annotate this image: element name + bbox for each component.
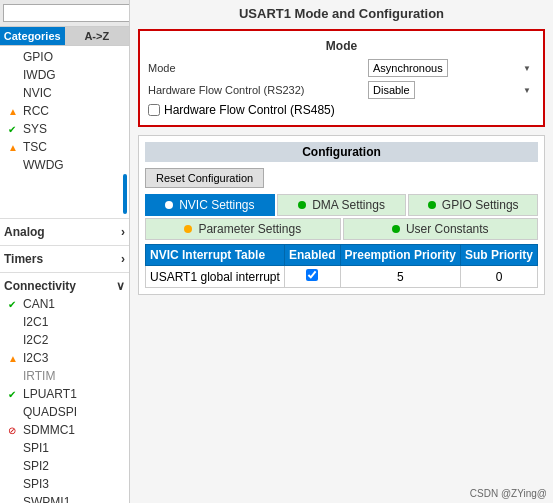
sidebar-item-iwdg[interactable]: IWDG (0, 66, 129, 84)
reset-config-button[interactable]: Reset Configuration (145, 168, 264, 188)
chevron-right-icon: › (121, 225, 125, 239)
sidebar-tab-bar: Categories A->Z (0, 27, 129, 46)
tsc-warn-icon: ▲ (8, 142, 20, 153)
rcc-warn-icon: ▲ (8, 106, 20, 117)
sidebar-item-i2c2[interactable]: I2C2 (0, 331, 129, 349)
sidebar-item-can1[interactable]: ✔CAN1 (0, 295, 129, 313)
hw-flow-rs485-label: Hardware Flow Control (RS485) (164, 103, 335, 117)
hw-flow-select-wrapper: Disable (368, 81, 535, 99)
sidebar-group-connectivity[interactable]: Connectivity∨ (0, 277, 129, 295)
sidebar-item-irtim[interactable]: IRTIM (0, 367, 129, 385)
chevron-right-icon-timers: › (121, 252, 125, 266)
watermark: CSDN @ZYing@ (470, 488, 547, 499)
gpio-tab-dot (428, 201, 436, 209)
nvic-table: NVIC Interrupt Table Enabled Preemption … (145, 244, 538, 288)
app-container: ▼ Categories A->Z GPIO IWDG NVIC ▲RCC ✔S… (0, 0, 553, 503)
lpuart1-check-icon: ✔ (8, 389, 20, 400)
sidebar-item-rcc[interactable]: ▲RCC (0, 102, 129, 120)
config-section-title: Configuration (145, 142, 538, 162)
user-tab-dot (392, 225, 400, 233)
main-content: USART1 Mode and Configuration Mode Mode … (130, 0, 553, 503)
sidebar-group-analog[interactable]: Analog› (0, 223, 129, 241)
config-inner: Configuration Reset Configuration NVIC S… (138, 135, 545, 295)
hw-flow-rs485-checkbox[interactable] (148, 104, 160, 116)
chevron-down-icon-connectivity: ∨ (116, 279, 125, 293)
config-tab-row-2: Parameter Settings User Constants (145, 218, 538, 240)
mode-label: Mode (148, 62, 368, 74)
sidebar-item-spi1[interactable]: SPI1 (0, 439, 129, 457)
tab-categories[interactable]: Categories (0, 27, 65, 45)
divider-3 (0, 272, 129, 273)
sidebar-item-wwdg[interactable]: WWDG (0, 156, 129, 174)
mode-section-title: Mode (148, 39, 535, 53)
col-header-interrupt: NVIC Interrupt Table (146, 245, 285, 266)
col-header-enabled: Enabled (284, 245, 340, 266)
sidebar-item-nvic[interactable]: NVIC (0, 84, 129, 102)
config-tab-row-1: NVIC Settings DMA Settings GPIO Settings (145, 194, 538, 216)
page-title: USART1 Mode and Configuration (130, 0, 553, 25)
sidebar-scrollbar (123, 174, 127, 214)
mode-select[interactable]: Asynchronous (368, 59, 448, 77)
sidebar-item-lpuart1[interactable]: ✔LPUART1 (0, 385, 129, 403)
sidebar-item-sys[interactable]: ✔SYS (0, 120, 129, 138)
sidebar-item-tsc[interactable]: ▲TSC (0, 138, 129, 156)
tab-gpio-settings[interactable]: GPIO Settings (408, 194, 538, 216)
param-tab-dot (184, 225, 192, 233)
hw-flow-label: Hardware Flow Control (RS232) (148, 84, 368, 96)
preemption-cell: 5 (340, 266, 460, 288)
sidebar-item-spi3[interactable]: SPI3 (0, 475, 129, 493)
sidebar-item-quadspi[interactable]: QUADSPI (0, 403, 129, 421)
enabled-checkbox[interactable] (306, 269, 318, 281)
col-header-preemption: Preemption Priority (340, 245, 460, 266)
tab-dma-settings[interactable]: DMA Settings (277, 194, 407, 216)
tab-nvic-settings[interactable]: NVIC Settings (145, 194, 275, 216)
enabled-cell (284, 266, 340, 288)
mode-field-row: Mode Asynchronous (148, 59, 535, 77)
config-section: Configuration Reset Configuration NVIC S… (138, 135, 545, 499)
sidebar-item-i2c1[interactable]: I2C1 (0, 313, 129, 331)
search-input[interactable] (3, 4, 130, 22)
sidebar-item-i2c3[interactable]: ▲I2C3 (0, 349, 129, 367)
sidebar: ▼ Categories A->Z GPIO IWDG NVIC ▲RCC ✔S… (0, 0, 130, 503)
i2c3-warn-icon: ▲ (8, 353, 20, 364)
sys-check-icon: ✔ (8, 124, 20, 135)
hw-flow-field-row: Hardware Flow Control (RS232) Disable (148, 81, 535, 99)
interrupt-name-cell: USART1 global interrupt (146, 266, 285, 288)
hw-flow-select[interactable]: Disable (368, 81, 415, 99)
sidebar-item-spi2[interactable]: SPI2 (0, 457, 129, 475)
mode-section: Mode Mode Asynchronous Hardware Flow Con… (138, 29, 545, 127)
config-tabs: NVIC Settings DMA Settings GPIO Settings (145, 194, 538, 240)
sidebar-list: GPIO IWDG NVIC ▲RCC ✔SYS ▲TSC WWDG Analo… (0, 46, 129, 503)
nvic-tab-dot (165, 201, 173, 209)
search-bar: ▼ (0, 0, 129, 27)
divider-2 (0, 245, 129, 246)
hw-flow-rs485-row: Hardware Flow Control (RS485) (148, 103, 535, 117)
sidebar-item-gpio[interactable]: GPIO (0, 48, 129, 66)
dma-tab-dot (298, 201, 306, 209)
sub-priority-cell: 0 (460, 266, 537, 288)
can1-check-icon: ✔ (8, 299, 20, 310)
sdmmc1-no-icon: ⊘ (8, 425, 20, 436)
table-header-row: NVIC Interrupt Table Enabled Preemption … (146, 245, 538, 266)
sidebar-group-timers[interactable]: Timers› (0, 250, 129, 268)
tab-user-constants[interactable]: User Constants (343, 218, 539, 240)
table-row: USART1 global interrupt 5 0 (146, 266, 538, 288)
tab-az[interactable]: A->Z (65, 27, 130, 45)
sidebar-item-swpmi1[interactable]: SWPMI1 (0, 493, 129, 503)
tab-parameter-settings[interactable]: Parameter Settings (145, 218, 341, 240)
col-header-sub: Sub Priority (460, 245, 537, 266)
divider-1 (0, 218, 129, 219)
mode-select-wrapper: Asynchronous (368, 59, 535, 77)
sidebar-item-sdmmc1[interactable]: ⊘SDMMC1 (0, 421, 129, 439)
